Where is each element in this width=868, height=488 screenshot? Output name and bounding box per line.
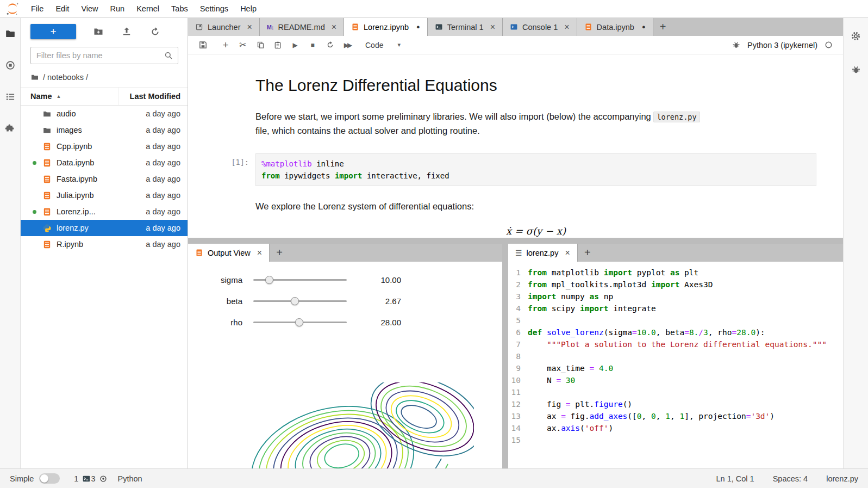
file-name: Cpp.ipynb bbox=[52, 142, 118, 151]
tab-data-ipynb[interactable]: Data.ipynb ● bbox=[577, 18, 653, 36]
close-tab-icon[interactable]: × bbox=[564, 23, 569, 32]
notebook-paragraph-2: We explore the Lorenz system of differen… bbox=[255, 199, 816, 213]
notebook-content[interactable]: The Lorenz Differential Equations Before… bbox=[188, 54, 843, 238]
slider-handle[interactable] bbox=[291, 297, 299, 305]
new-view-button[interactable]: + bbox=[578, 244, 597, 262]
new-launcher-button[interactable]: + bbox=[30, 24, 76, 39]
extensions-icon[interactable] bbox=[4, 122, 16, 134]
column-last-modified[interactable]: Last Modified bbox=[118, 88, 188, 105]
slider-handle[interactable] bbox=[295, 318, 303, 326]
file-row-data-ipynb[interactable]: Data.ipynb a day ago bbox=[21, 155, 188, 171]
breadcrumb[interactable]: / notebooks / bbox=[21, 66, 188, 87]
restart-run-all-button[interactable]: ▶▶ bbox=[339, 38, 355, 52]
close-tab-icon[interactable]: × bbox=[257, 249, 262, 257]
editor-line: 12 fig = plt.figure() bbox=[508, 398, 843, 410]
file-row-lorenz-py[interactable]: lorenz.py a day ago bbox=[21, 220, 188, 236]
output-view-panel: Output View × + sigma 10.00 beta bbox=[188, 244, 502, 468]
slider-label: sigma bbox=[211, 275, 242, 285]
table-of-contents-icon[interactable] bbox=[4, 91, 16, 103]
menu-item-help[interactable]: Help bbox=[234, 0, 263, 18]
save-button[interactable] bbox=[195, 38, 211, 52]
tab-terminal-1[interactable]: Terminal 1 × bbox=[428, 18, 503, 36]
toggle-knob bbox=[40, 474, 48, 483]
code-cell[interactable]: [1]: %matplotlib inline from ipywidgets … bbox=[188, 153, 843, 186]
refresh-button[interactable] bbox=[149, 26, 161, 38]
filter-files-input[interactable] bbox=[30, 47, 178, 64]
indent-setting[interactable]: Spaces: 4 bbox=[773, 474, 808, 483]
slider-value: 28.00 bbox=[365, 318, 401, 327]
kernel-name[interactable]: Python 3 (ipykernel) bbox=[747, 41, 817, 50]
code-editor[interactable]: 1from matplotlib import pyplot as plt 2f… bbox=[508, 262, 843, 446]
menu-item-tabs[interactable]: Tabs bbox=[165, 0, 194, 18]
file-modified: a day ago bbox=[118, 158, 188, 167]
close-tab-icon[interactable]: × bbox=[565, 249, 570, 257]
tab-lorenz-ipynb[interactable]: Lorenz.ipynb ● bbox=[344, 18, 428, 36]
tab-readme-md[interactable]: M↓ README.md × bbox=[260, 18, 344, 36]
kernel-language[interactable]: Python bbox=[117, 474, 142, 483]
notebook-icon bbox=[42, 207, 52, 217]
debugger-bug-icon[interactable] bbox=[850, 64, 862, 76]
file-row-fasta-ipynb[interactable]: Fasta.ipynb a day ago bbox=[21, 171, 188, 187]
new-view-button[interactable]: + bbox=[270, 244, 289, 262]
cursor-position[interactable]: Ln 1, Col 1 bbox=[716, 474, 754, 483]
left-sidebar-strip bbox=[0, 18, 21, 468]
column-name[interactable]: Name▲ bbox=[21, 88, 118, 105]
property-inspector-gear-icon[interactable] bbox=[850, 30, 862, 42]
debugger-bug-icon[interactable] bbox=[732, 40, 741, 50]
rho-slider[interactable] bbox=[253, 322, 347, 323]
close-tab-icon[interactable]: × bbox=[247, 23, 252, 32]
cell-type-dropdown[interactable]: Code ▾ bbox=[365, 41, 401, 50]
file-modified: a day ago bbox=[118, 240, 188, 249]
paste-cells-button[interactable] bbox=[270, 38, 286, 52]
tab-console-1[interactable]: Console 1 × bbox=[503, 18, 577, 36]
file-name: audio bbox=[52, 109, 118, 118]
slider-value: 10.00 bbox=[365, 275, 401, 285]
menu-item-kernel[interactable]: Kernel bbox=[130, 0, 165, 18]
file-row-r-ipynb[interactable]: R.ipynb a day ago bbox=[21, 236, 188, 252]
insert-cell-button[interactable]: + bbox=[217, 38, 234, 52]
menu-item-settings[interactable]: Settings bbox=[194, 0, 234, 18]
menu-item-view[interactable]: View bbox=[75, 0, 104, 18]
notebook-icon bbox=[42, 175, 52, 184]
new-tab-button[interactable]: + bbox=[653, 18, 673, 36]
upload-button[interactable] bbox=[121, 26, 133, 38]
slider-handle[interactable] bbox=[265, 276, 273, 284]
kernel-status-icon[interactable] bbox=[824, 40, 833, 50]
tab-output-view[interactable]: Output View × bbox=[188, 244, 270, 262]
cell-editor[interactable]: %matplotlib inline from ipywidgets impor… bbox=[255, 153, 816, 186]
close-tab-icon[interactable]: × bbox=[490, 23, 495, 32]
file-modified: a day ago bbox=[118, 191, 188, 200]
cut-cells-button[interactable]: ✂ bbox=[235, 38, 251, 52]
menu-item-run[interactable]: Run bbox=[104, 0, 131, 18]
copy-cells-button[interactable] bbox=[252, 38, 268, 52]
file-row-julia-ipynb[interactable]: Julia.ipynb a day ago bbox=[21, 187, 188, 203]
menu-item-file[interactable]: File bbox=[25, 0, 49, 18]
new-folder-button[interactable] bbox=[92, 26, 104, 38]
editor-line: 1from matplotlib import pyplot as plt bbox=[508, 267, 843, 279]
file-row-lorenz-ipynb[interactable]: Lorenz.ip... a day ago bbox=[21, 203, 188, 220]
file-browser-icon[interactable] bbox=[4, 28, 16, 40]
run-cell-button[interactable]: ▶ bbox=[287, 38, 303, 52]
editor-content[interactable]: 1from matplotlib import pyplot as plt 2f… bbox=[508, 262, 843, 468]
restart-kernel-button[interactable] bbox=[322, 38, 338, 52]
jupyter-logo bbox=[0, 2, 25, 16]
beta-slider[interactable] bbox=[253, 300, 347, 302]
file-row-cpp-ipynb[interactable]: Cpp.ipynb a day ago bbox=[21, 138, 188, 155]
sigma-slider[interactable] bbox=[253, 279, 347, 281]
kernels-count[interactable]: 3 bbox=[91, 474, 108, 483]
menu-item-edit[interactable]: Edit bbox=[49, 0, 75, 18]
editor-line: 9 max_time = 4.0 bbox=[508, 362, 843, 374]
tab-lorenz-py[interactable]: ☰ lorenz.py × bbox=[508, 244, 578, 262]
code-line: from ipywidgets import interactive, fixe… bbox=[261, 170, 810, 182]
interrupt-kernel-button[interactable]: ■ bbox=[304, 38, 321, 52]
file-row-audio[interactable]: audio a day ago bbox=[21, 106, 188, 122]
file-row-images[interactable]: images a day ago bbox=[21, 122, 188, 138]
terminals-count[interactable]: 1 bbox=[74, 474, 91, 483]
simple-mode-label: Simple bbox=[10, 474, 34, 483]
breadcrumb-path[interactable]: / notebooks / bbox=[43, 73, 88, 82]
close-tab-icon[interactable]: × bbox=[332, 23, 336, 32]
simple-mode-toggle[interactable] bbox=[39, 473, 60, 484]
status-bar: Simple 1 3 Python Ln 1, Col 1 Spaces: 4 … bbox=[0, 468, 868, 488]
running-sessions-icon[interactable] bbox=[4, 59, 16, 71]
tab-launcher[interactable]: Launcher × bbox=[188, 18, 260, 36]
